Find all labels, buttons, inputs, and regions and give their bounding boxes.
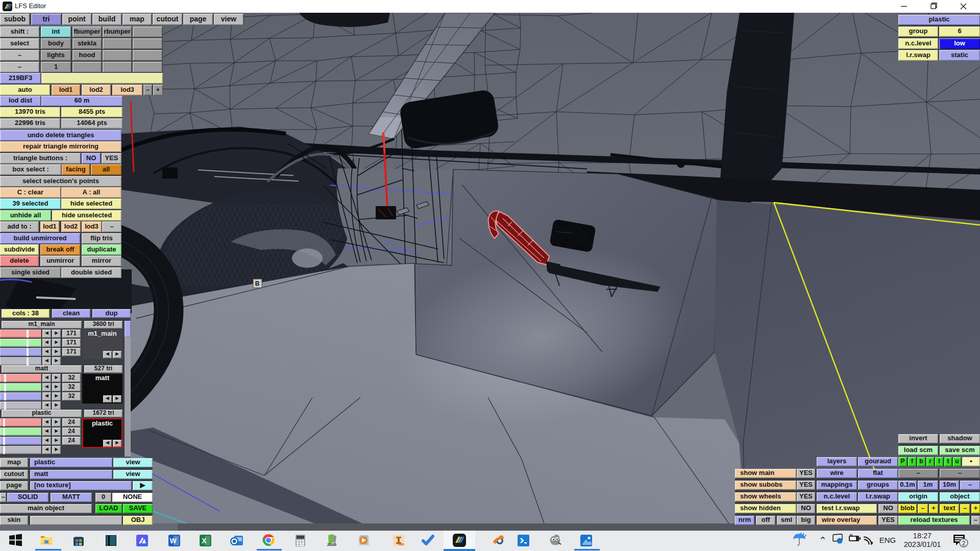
svg-text:B: B [255, 280, 260, 287]
